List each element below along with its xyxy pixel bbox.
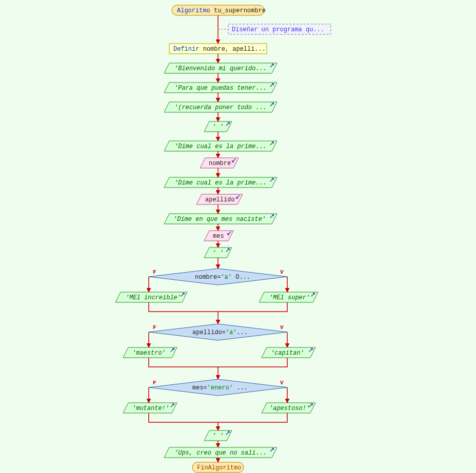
svg-text:'Dime cual es la prime...: 'Dime cual es la prime... xyxy=(174,143,267,150)
label-true: V xyxy=(280,269,284,275)
input-nombre: nombre xyxy=(200,158,239,168)
label-false: F xyxy=(153,324,156,331)
label-true: V xyxy=(280,380,284,386)
input-mes: mes xyxy=(204,231,233,241)
svg-text:FinAlgoritmo: FinAlgoritmo xyxy=(197,464,241,471)
output-3: '(recuerda poner todo ... xyxy=(164,102,277,112)
svg-text:'Dime cual es la prime...: 'Dime cual es la prime... xyxy=(174,179,267,187)
svg-text:'MEl super': 'MEl super' xyxy=(269,294,310,301)
svg-text:' ': ' ' xyxy=(212,250,224,257)
svg-text:mes: mes xyxy=(213,233,224,240)
svg-text:'Bienvenido mi querido...: 'Bienvenido mi querido... xyxy=(174,65,267,72)
svg-text:'(recuerda poner todo ...: '(recuerda poner todo ... xyxy=(174,104,267,111)
svg-text:Definir
       nombre, apelli.: Definir nombre, apelli... xyxy=(173,46,266,53)
svg-text:apellido='a'...: apellido='a'... xyxy=(192,329,248,336)
output-2: 'Para que puedas tener... xyxy=(164,83,277,93)
label-true: V xyxy=(280,324,284,331)
definir-keyword: Definir xyxy=(173,46,199,53)
decision-nombre: nombre='a' O... xyxy=(149,269,287,285)
decision-mes: mes='enero' ... xyxy=(149,379,287,396)
title-keyword: Algoritmo xyxy=(177,7,210,14)
comment-text: Diseñar un programa qu... xyxy=(232,26,324,33)
svg-text:'maestro': 'maestro' xyxy=(132,349,166,357)
svg-text:nombre: nombre xyxy=(209,160,231,167)
title-name: tu_supernombre xyxy=(214,7,266,14)
decision2-false-output: 'maestro' xyxy=(123,347,177,358)
output-final-2: 'Ups, creo que no sali... xyxy=(164,447,277,458)
design-comment: Diseñar un programa qu... xyxy=(218,24,331,34)
decision1-true-output: 'MEl super' xyxy=(259,292,318,302)
algorithm-end: FinAlgoritmo xyxy=(192,462,244,472)
svg-text:apellido: apellido xyxy=(205,196,235,203)
output-1: 'Bienvenido mi querido... xyxy=(164,63,277,73)
svg-text:' ': ' ' xyxy=(212,124,224,131)
output-4: ' ' xyxy=(204,121,232,132)
svg-text:'MEl increible': 'MEl increible' xyxy=(126,294,181,301)
svg-text:' ': ' ' xyxy=(212,433,224,440)
decision1-false-output: 'MEl increible' xyxy=(115,292,187,302)
svg-text:nombre='a' O...: nombre='a' O... xyxy=(195,274,250,281)
output-7: 'Dime en que mes naciste' xyxy=(164,214,277,224)
svg-text:'apestoso!': 'apestoso!' xyxy=(269,405,310,412)
svg-text:mes='enero' ...: mes='enero' ... xyxy=(192,384,248,392)
label-false: F xyxy=(153,269,156,275)
svg-text:Diseñar un programa qu...: Diseñar un programa qu... xyxy=(232,26,324,33)
output-final-1: ' ' xyxy=(204,430,232,441)
input-apellido: apellido xyxy=(196,194,243,204)
definir-rest: nombre, apelli... xyxy=(203,46,266,53)
algorithm-title: Algoritmo tu_supernombre xyxy=(172,5,266,15)
output-8: ' ' xyxy=(204,248,232,258)
svg-text:'capitan': 'capitan' xyxy=(271,349,304,357)
decision3-false-output: 'mutante!' xyxy=(123,403,177,413)
svg-text:'Dime en que mes naciste': 'Dime en que mes naciste' xyxy=(173,216,266,223)
decision2-true-output: 'capitan' xyxy=(262,347,315,358)
svg-text:'Ups, creo que no sali...: 'Ups, creo que no sali... xyxy=(174,449,267,457)
label-false: F xyxy=(153,380,156,386)
output-5: 'Dime cual es la prime... xyxy=(164,141,277,151)
svg-text:Algoritmo
       
      tu_sup: Algoritmo tu_supernombre xyxy=(177,7,266,14)
decision-apellido: apellido='a'... xyxy=(149,324,287,340)
define-vars: Definir nombre, apelli... xyxy=(169,44,267,54)
svg-text:'Para que puedas tener...: 'Para que puedas tener... xyxy=(174,85,267,92)
svg-text:'mutante!': 'mutante!' xyxy=(132,405,169,412)
decision3-true-output: 'apestoso!' xyxy=(262,403,315,413)
output-6: 'Dime cual es la prime... xyxy=(164,177,277,188)
